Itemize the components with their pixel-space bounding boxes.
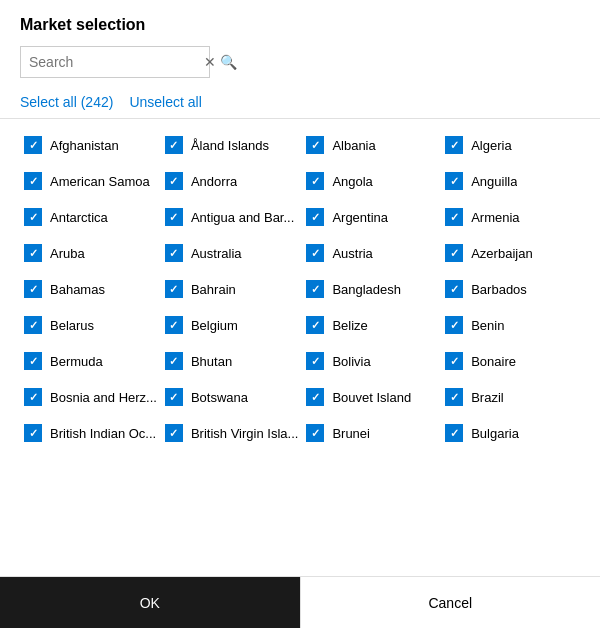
market-checkbox[interactable]: ✓ (445, 388, 463, 406)
select-links-row: Select all (242) Unselect all (0, 86, 600, 118)
market-checkbox[interactable]: ✓ (24, 136, 42, 154)
market-item[interactable]: ✓Belize (302, 307, 441, 343)
market-checkbox[interactable]: ✓ (165, 352, 183, 370)
market-item[interactable]: ✓Åland Islands (161, 127, 302, 163)
market-checkbox[interactable]: ✓ (165, 316, 183, 334)
market-checkbox[interactable]: ✓ (445, 136, 463, 154)
market-item[interactable]: ✓Bosnia and Herz... (20, 379, 161, 415)
market-checkbox[interactable]: ✓ (306, 352, 324, 370)
market-checkbox[interactable]: ✓ (306, 244, 324, 262)
market-item[interactable]: ✓American Samoa (20, 163, 161, 199)
market-item[interactable]: ✓Argentina (302, 199, 441, 235)
market-name-label: Barbados (471, 282, 527, 297)
market-name-label: Åland Islands (191, 138, 269, 153)
market-item[interactable]: ✓Aruba (20, 235, 161, 271)
market-item[interactable]: ✓Albania (302, 127, 441, 163)
market-item[interactable]: ✓Armenia (441, 199, 580, 235)
checkbox-check-icon: ✓ (450, 283, 459, 296)
market-checkbox[interactable]: ✓ (24, 244, 42, 262)
market-item[interactable]: ✓Bonaire (441, 343, 580, 379)
market-checkbox[interactable]: ✓ (24, 208, 42, 226)
ok-button[interactable]: OK (0, 577, 300, 628)
market-item[interactable]: ✓Bhutan (161, 343, 302, 379)
market-checkbox[interactable]: ✓ (165, 244, 183, 262)
market-checkbox[interactable]: ✓ (306, 316, 324, 334)
search-input[interactable] (29, 54, 204, 70)
market-item[interactable]: ✓Brazil (441, 379, 580, 415)
clear-icon[interactable]: ✕ (204, 54, 216, 70)
market-item[interactable]: ✓Afghanistan (20, 127, 161, 163)
market-item[interactable]: ✓Antigua and Bar... (161, 199, 302, 235)
market-checkbox[interactable]: ✓ (445, 172, 463, 190)
market-checkbox[interactable]: ✓ (445, 280, 463, 298)
market-item[interactable]: ✓Barbados (441, 271, 580, 307)
market-item[interactable]: ✓British Virgin Isla... (161, 415, 302, 451)
market-item[interactable]: ✓Algeria (441, 127, 580, 163)
market-checkbox[interactable]: ✓ (445, 352, 463, 370)
market-checkbox[interactable]: ✓ (165, 136, 183, 154)
market-checkbox[interactable]: ✓ (445, 208, 463, 226)
market-item[interactable]: ✓Bahamas (20, 271, 161, 307)
market-item[interactable]: ✓Bermuda (20, 343, 161, 379)
market-name-label: Antigua and Bar... (191, 210, 294, 225)
market-checkbox[interactable]: ✓ (306, 388, 324, 406)
market-checkbox[interactable]: ✓ (165, 388, 183, 406)
search-box[interactable]: ✕ 🔍 (20, 46, 210, 78)
market-item[interactable]: ✓Angola (302, 163, 441, 199)
market-item[interactable]: ✓Bouvet Island (302, 379, 441, 415)
market-item[interactable]: ✓Austria (302, 235, 441, 271)
market-checkbox[interactable]: ✓ (24, 388, 42, 406)
dialog-footer: OK Cancel (0, 576, 600, 628)
market-item[interactable]: ✓Andorra (161, 163, 302, 199)
market-checkbox[interactable]: ✓ (306, 136, 324, 154)
cancel-button[interactable]: Cancel (300, 577, 601, 628)
market-checkbox[interactable]: ✓ (24, 172, 42, 190)
market-name-label: Antarctica (50, 210, 108, 225)
checkbox-check-icon: ✓ (311, 319, 320, 332)
market-checkbox[interactable]: ✓ (306, 280, 324, 298)
market-checkbox[interactable]: ✓ (306, 424, 324, 442)
market-checkbox[interactable]: ✓ (165, 280, 183, 298)
search-icon[interactable]: 🔍 (220, 54, 237, 70)
market-name-label: Bouvet Island (332, 390, 411, 405)
market-checkbox[interactable]: ✓ (24, 424, 42, 442)
market-checkbox[interactable]: ✓ (445, 424, 463, 442)
market-name-label: Bermuda (50, 354, 103, 369)
market-item[interactable]: ✓British Indian Oc... (20, 415, 161, 451)
market-name-label: Algeria (471, 138, 511, 153)
market-name-label: Argentina (332, 210, 388, 225)
market-checkbox[interactable]: ✓ (306, 208, 324, 226)
markets-container[interactable]: ✓Afghanistan✓Åland Islands✓Albania✓Alger… (0, 119, 600, 576)
market-item[interactable]: ✓Australia (161, 235, 302, 271)
market-checkbox[interactable]: ✓ (24, 316, 42, 334)
market-item[interactable]: ✓Antarctica (20, 199, 161, 235)
market-item[interactable]: ✓Botswana (161, 379, 302, 415)
market-name-label: Bosnia and Herz... (50, 390, 157, 405)
checkbox-check-icon: ✓ (169, 427, 178, 440)
market-checkbox[interactable]: ✓ (445, 244, 463, 262)
market-item[interactable]: ✓Anguilla (441, 163, 580, 199)
checkbox-check-icon: ✓ (450, 391, 459, 404)
market-name-label: British Indian Oc... (50, 426, 156, 441)
market-checkbox[interactable]: ✓ (165, 172, 183, 190)
market-checkbox[interactable]: ✓ (24, 280, 42, 298)
unselect-all-link[interactable]: Unselect all (129, 94, 201, 110)
market-checkbox[interactable]: ✓ (165, 424, 183, 442)
market-checkbox[interactable]: ✓ (445, 316, 463, 334)
market-item[interactable]: ✓Benin (441, 307, 580, 343)
market-checkbox[interactable]: ✓ (306, 172, 324, 190)
market-item[interactable]: ✓Bangladesh (302, 271, 441, 307)
market-item[interactable]: ✓Brunei (302, 415, 441, 451)
market-item[interactable]: ✓Azerbaijan (441, 235, 580, 271)
market-checkbox[interactable]: ✓ (165, 208, 183, 226)
market-item[interactable]: ✓Belarus (20, 307, 161, 343)
market-checkbox[interactable]: ✓ (24, 352, 42, 370)
market-item[interactable]: ✓Bolivia (302, 343, 441, 379)
market-item[interactable]: ✓Bahrain (161, 271, 302, 307)
market-name-label: Brunei (332, 426, 370, 441)
checkbox-check-icon: ✓ (311, 247, 320, 260)
market-name-label: Bulgaria (471, 426, 519, 441)
market-item[interactable]: ✓Belgium (161, 307, 302, 343)
market-item[interactable]: ✓Bulgaria (441, 415, 580, 451)
select-all-link[interactable]: Select all (242) (20, 94, 113, 110)
